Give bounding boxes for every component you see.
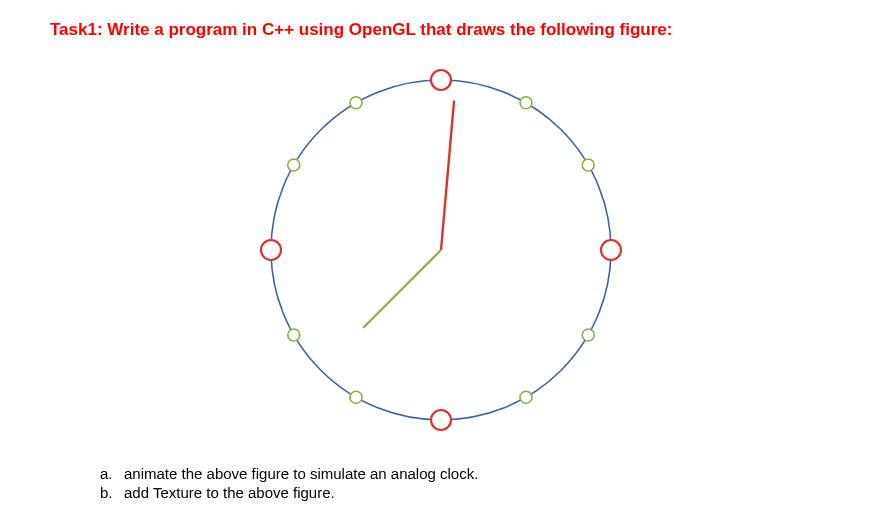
svg-point-7 (431, 410, 451, 430)
svg-point-3 (582, 159, 594, 171)
list-item: b. add Texture to the above figure. (100, 484, 832, 501)
svg-line-14 (441, 101, 454, 250)
list-item: a. animate the above figure to simulate … (100, 465, 832, 482)
svg-line-13 (363, 250, 441, 328)
svg-point-1 (431, 70, 451, 90)
task-heading: Task1: Write a program in C++ using Open… (50, 20, 832, 40)
subtask-letter: a. (100, 465, 124, 482)
svg-point-5 (582, 329, 594, 341)
subtask-text: add Texture to the above figure. (124, 484, 335, 501)
svg-point-9 (288, 329, 300, 341)
clock-figure (251, 60, 631, 440)
svg-point-6 (520, 391, 532, 403)
subtask-list: a. animate the above figure to simulate … (100, 465, 832, 501)
subtask-text: animate the above figure to simulate an … (124, 465, 478, 482)
clock-figure-container (50, 60, 832, 440)
svg-point-2 (520, 97, 532, 109)
subtask-letter: b. (100, 484, 124, 501)
svg-point-10 (261, 240, 281, 260)
svg-point-8 (350, 391, 362, 403)
svg-point-12 (350, 97, 362, 109)
svg-point-11 (288, 159, 300, 171)
svg-point-4 (601, 240, 621, 260)
